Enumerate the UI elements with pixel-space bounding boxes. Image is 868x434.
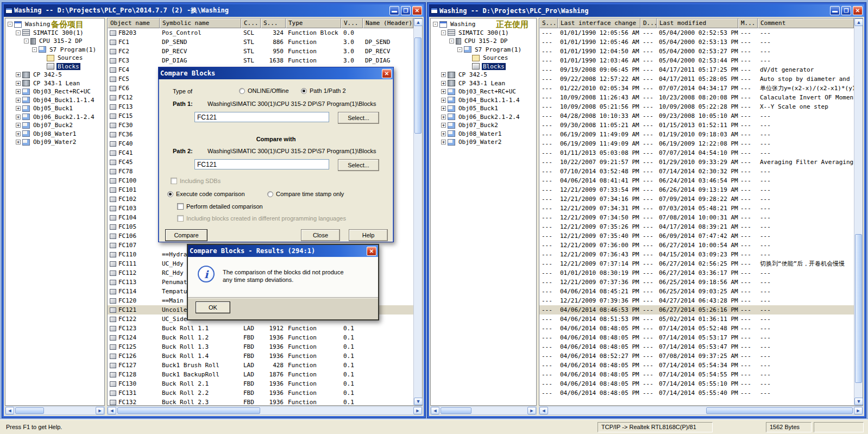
scroll-down-button[interactable]: ▼ [854, 398, 863, 405]
scroll-thumb[interactable] [855, 234, 862, 383]
column-header[interactable]: V... [341, 18, 363, 28]
tree-expander-icon[interactable]: - [16, 30, 21, 35]
table-row[interactable]: ---10/09/2008 05:21:56 PM---10/09/2008 0… [539, 102, 854, 111]
tree-item[interactable]: +Obj03_Rect+RC+UC [431, 87, 536, 96]
tree-expander-icon[interactable]: + [16, 115, 21, 119]
close-dialog-button[interactable]: Close [301, 229, 340, 241]
scroll-right-button[interactable]: ► [854, 407, 863, 414]
tree-expander-icon[interactable]: - [441, 30, 446, 35]
left-list-horizontal-scrollbar[interactable]: ◄ ► [107, 406, 423, 415]
scroll-track[interactable] [439, 407, 527, 414]
table-row[interactable]: ---04/06/2014 08:51:53 PM---05/02/2014 0… [539, 315, 854, 324]
tree-item[interactable]: +CP 343-1 Lean [431, 79, 536, 88]
tree-expander-icon[interactable]: + [441, 131, 446, 136]
left-window-titlebar[interactable]: Washing -- D:\Projects\PLC_Pro\2014.7.7 … [4, 4, 424, 17]
table-row[interactable]: ---01/01/1990 12:03:46 AM---05/04/2000 0… [539, 56, 854, 65]
tree-item[interactable]: +Obj06_Buck2.1-2.4 [431, 113, 536, 122]
select2-button[interactable]: Select... [338, 159, 379, 171]
maximize-button[interactable]: ❐ [841, 6, 851, 15]
tree-expander-icon[interactable]: + [441, 123, 446, 128]
scroll-thumb[interactable] [15, 407, 44, 414]
tree-item[interactable]: -CPU 315-2 DP [5, 37, 104, 46]
tree-expander-icon[interactable]: + [16, 89, 21, 94]
right-list-horizontal-scrollbar[interactable]: ◄ ► [539, 406, 863, 415]
tree-item[interactable]: +Obj04_Buck1.1-1.4 [5, 96, 104, 105]
scroll-thumb[interactable] [441, 407, 471, 414]
tree-item[interactable]: +Obj08_Water1 [5, 130, 104, 139]
tree-item[interactable]: Sources [431, 54, 536, 62]
table-row[interactable]: ---04/06/2014 08:48:05 PM---07/14/2014 0… [539, 379, 854, 388]
table-row[interactable]: ---09/30/2008 11:05:21 AM---01/15/2013 0… [539, 121, 854, 130]
table-row[interactable]: ---04/06/2014 08:46:53 PM---06/27/2014 0… [539, 305, 854, 315]
table-row[interactable]: ---04/06/2014 08:48:05 PM---07/14/2014 0… [539, 370, 854, 379]
scroll-up-button[interactable]: ▲ [854, 18, 863, 26]
scroll-down-button[interactable]: ▼ [414, 398, 423, 405]
tree-item[interactable]: +Obj08_Water1 [431, 130, 536, 139]
tree-item[interactable]: -CPU 315-2 DP [431, 37, 536, 46]
table-row[interactable]: ---12/21/2009 07:35:40 PM---06/09/2014 0… [539, 231, 854, 241]
table-row[interactable]: FC2DP_RECVSTL950Function3.0DP_RECV [108, 47, 413, 56]
path2-block-input[interactable] [194, 159, 329, 169]
table-row[interactable]: ---12/21/2009 07:33:54 PM---06/26/2014 0… [539, 185, 854, 194]
tree-expander-icon[interactable]: + [16, 72, 21, 77]
table-row[interactable]: FC126Buck Roll 1.4FBD1936Function0.1 [108, 351, 413, 361]
table-row[interactable]: ---01/01/1990 12:05:46 AM---05/04/2000 0… [539, 37, 854, 47]
tree-expander-icon[interactable]: + [441, 106, 446, 111]
column-header[interactable]: M... [738, 18, 758, 28]
tree-item[interactable]: +Obj04_Buck1.1-1.4 [431, 96, 536, 105]
tree-expander-icon[interactable]: - [32, 47, 37, 52]
table-row[interactable]: ---04/06/2014 08:48:05 PM---07/14/2014 0… [539, 388, 854, 398]
table-row[interactable]: ---01/11/2013 05:03:08 PM---07/07/2014 0… [539, 148, 854, 158]
close-button[interactable]: ✕ [367, 247, 376, 256]
tree-item[interactable]: Blocks [431, 62, 536, 71]
scroll-left-button[interactable]: ◄ [108, 407, 116, 414]
column-header[interactable]: Comment [758, 18, 854, 28]
tree-item[interactable]: +Obj06_Buck2.1-2.4 [5, 113, 104, 122]
table-row[interactable]: FC123Buck Roll 1.1LAD1912Function0.1 [108, 324, 413, 333]
table-row[interactable]: FC125Buck Roll 1.3FBD1936Function0.1 [108, 342, 413, 351]
left-tree-horizontal-scrollbar[interactable]: ◄ ► [5, 406, 105, 415]
tree-expander-icon[interactable]: + [16, 123, 21, 128]
scroll-thumb[interactable] [414, 37, 422, 134]
table-row[interactable]: ---12/21/2009 07:35:26 PM---04/17/2014 0… [539, 222, 854, 231]
table-row[interactable]: ---04/06/2014 08:52:27 PM---07/08/2014 0… [539, 351, 854, 361]
tree-item[interactable]: Sources [5, 54, 104, 62]
table-row[interactable]: ---04/06/2014 08:41:41 PM---06/24/2014 0… [539, 176, 854, 185]
execute-code-comparison-radio[interactable]: Execute code comparison [167, 191, 245, 197]
column-header[interactable]: D... [640, 18, 657, 28]
tree-item[interactable]: +CP 342-5 [5, 71, 104, 79]
tree-item[interactable]: +Obj05_Buck1 [5, 104, 104, 113]
column-header[interactable]: Last interface change [558, 18, 640, 28]
column-header[interactable]: Name (Header) [363, 18, 413, 28]
column-header[interactable]: S... [261, 18, 286, 28]
minimize-button[interactable]: ▬ [389, 6, 399, 15]
column-header[interactable]: S... [539, 18, 558, 28]
table-row[interactable]: ---01/22/2010 02:05:34 PM---07/07/2014 0… [539, 84, 854, 93]
scroll-track[interactable] [116, 407, 413, 414]
scroll-left-button[interactable]: ◄ [431, 407, 439, 414]
table-row[interactable]: ---04/06/2014 08:48:05 PM---07/14/2014 0… [539, 333, 854, 342]
scroll-track[interactable] [14, 407, 96, 414]
tree-expander-icon[interactable]: + [16, 131, 21, 136]
scroll-thumb[interactable] [706, 407, 853, 414]
tree-expander-icon[interactable]: + [16, 98, 21, 103]
tree-item[interactable]: +Obj09_Water2 [431, 138, 536, 147]
table-row[interactable]: ---10/09/2008 11:26:43 AM---10/23/2008 0… [539, 93, 854, 102]
tree-item[interactable]: +Obj05_Buck1 [431, 104, 536, 113]
tree-expander-icon[interactable]: + [441, 81, 446, 86]
table-row[interactable]: ---09/22/2008 12:57:22 AM---04/17/2011 0… [539, 74, 854, 84]
table-row[interactable]: FC3DP_DIAGSTL1638Function3.0DP_DIAG [108, 56, 413, 65]
table-row[interactable]: FC127Buck1 Brush RollLAD428Function0.1 [108, 361, 413, 370]
table-row[interactable]: FB203Pos_ControlSCL324Function Block0.0 [108, 28, 413, 37]
table-row[interactable]: ---12/21/2009 07:34:31 PM---07/03/2014 0… [539, 204, 854, 213]
table-row[interactable]: ---01/01/2010 08:30:19 PM---06/27/2014 0… [539, 268, 854, 278]
results-dialog-titlebar[interactable]: Compare Blocks - Results (294:1) ✕ [188, 245, 378, 257]
tree-item[interactable]: +Obj03_Rect+RC+UC [5, 87, 104, 96]
tree-expander-icon[interactable]: - [8, 22, 12, 27]
table-row[interactable]: FC132Buck Roll 2.3FBD1936Function0.1 [108, 398, 413, 405]
column-header[interactable]: Type [286, 18, 341, 28]
path1-path2-radio[interactable]: Path 1/Path 2 [301, 87, 346, 94]
scroll-thumb[interactable] [117, 407, 260, 414]
select1-button[interactable]: Select... [338, 112, 379, 124]
table-row[interactable]: ---12/21/2009 07:36:00 PM---06/27/2014 1… [539, 241, 854, 250]
